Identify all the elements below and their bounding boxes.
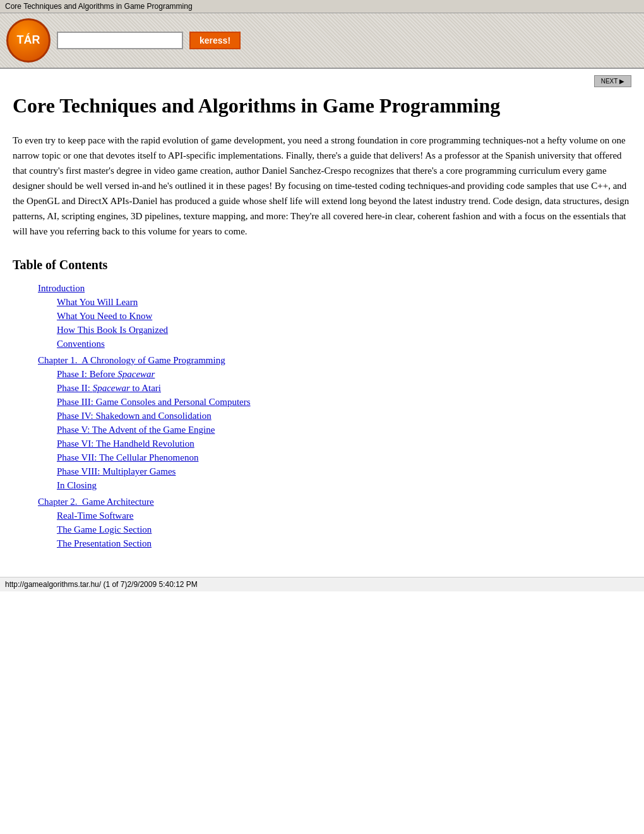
- toc-item-introduction: Introduction: [38, 282, 631, 294]
- toc-link-phase3[interactable]: Phase III: Game Consoles and Personal Co…: [57, 397, 251, 407]
- toc-item-phase1: Phase I: Before Spacewar: [57, 368, 631, 380]
- toc-item-phase2: Phase II: Spacewar to Atari: [57, 382, 631, 394]
- status-url: http://gamealgorithms.tar.hu/ (1 of 7)2/…: [5, 580, 198, 589]
- search-input[interactable]: [57, 32, 183, 49]
- toc-item-phase3: Phase III: Game Consoles and Personal Co…: [57, 396, 631, 408]
- toc-item-what-you-need-to-know: What You Need to Know: [57, 310, 631, 322]
- book-title: Core Techniques and Algorithms in Game P…: [13, 94, 631, 118]
- toc-link-phase7[interactable]: Phase VII: The Cellular Phenomenon: [57, 452, 198, 462]
- toc-link-chapter1[interactable]: Chapter 1. A Chronology of Game Programm…: [38, 355, 225, 365]
- toc-link-in-closing[interactable]: In Closing: [57, 480, 97, 490]
- toc-link-phase5[interactable]: Phase V: The Advent of the Game Engine: [57, 425, 215, 435]
- toc-item-phase6: Phase VI: The Handheld Revolution: [57, 438, 631, 449]
- toc-item-presentation: The Presentation Section: [57, 538, 631, 549]
- status-bar: http://gamealgorithms.tar.hu/ (1 of 7)2/…: [0, 577, 644, 591]
- toc-link-phase4[interactable]: Phase IV: Shakedown and Consolidation: [57, 411, 212, 421]
- toc-link-phase8[interactable]: Phase VIII: Multiplayer Games: [57, 466, 176, 476]
- toc-link-presentation[interactable]: The Presentation Section: [57, 538, 152, 548]
- toc-link-phase6[interactable]: Phase VI: The Handheld Revolution: [57, 438, 194, 449]
- next-button-label: NEXT ▶: [601, 78, 624, 85]
- toc-heading: Table of Contents: [13, 258, 631, 272]
- toc-link-what-you-will-learn[interactable]: What You Will Learn: [57, 297, 138, 307]
- logo-text: TÁR: [17, 34, 40, 47]
- toc-link-conventions[interactable]: Conventions: [57, 339, 105, 349]
- toc-item-chapter2: Chapter 2. Game Architecture: [38, 496, 631, 507]
- toc-link-realtime-software[interactable]: Real-Time Software: [57, 511, 134, 521]
- next-button[interactable]: NEXT ▶: [594, 75, 631, 87]
- spacewar-italic-2: Spacewar: [93, 383, 130, 393]
- toc-item-phase7: Phase VII: The Cellular Phenomenon: [57, 452, 631, 463]
- book-description: To even try to keep pace with the rapid …: [13, 133, 631, 239]
- toc-link-what-you-need-to-know[interactable]: What You Need to Know: [57, 311, 152, 321]
- toc-link-introduction[interactable]: Introduction: [38, 283, 85, 293]
- page-content: NEXT ▶ Core Techniques and Algorithms in…: [0, 69, 644, 564]
- browser-toolbar: TÁR keress!: [0, 13, 644, 69]
- site-logo: TÁR: [6, 18, 51, 63]
- toc-item-phase8: Phase VIII: Multiplayer Games: [57, 466, 631, 477]
- toc-link-game-logic[interactable]: The Game Logic Section: [57, 524, 152, 535]
- toc-item-how-organized: How This Book Is Organized: [57, 324, 631, 335]
- toc-link-how-organized[interactable]: How This Book Is Organized: [57, 325, 168, 335]
- toc-item-phase4: Phase IV: Shakedown and Consolidation: [57, 410, 631, 421]
- toc-link-phase2[interactable]: Phase II: Spacewar to Atari: [57, 383, 161, 393]
- toc-list: Introduction What You Will Learn What Yo…: [13, 282, 631, 549]
- toc-item-game-logic: The Game Logic Section: [57, 524, 631, 535]
- toc-link-chapter2[interactable]: Chapter 2. Game Architecture: [38, 497, 154, 507]
- next-button-row: NEXT ▶: [13, 75, 631, 87]
- toc-item-realtime-software: Real-Time Software: [57, 510, 631, 521]
- search-button[interactable]: keress!: [189, 32, 241, 49]
- toc-item-phase5: Phase V: The Advent of the Game Engine: [57, 424, 631, 435]
- toc-item-conventions: Conventions: [57, 338, 631, 349]
- tab-title: Core Techniques and Algorithms in Game P…: [5, 2, 193, 11]
- browser-tab-bar: Core Techniques and Algorithms in Game P…: [0, 0, 644, 13]
- toc-item-chapter1: Chapter 1. A Chronology of Game Programm…: [38, 354, 631, 366]
- toc-item-what-you-will-learn: What You Will Learn: [57, 296, 631, 308]
- toc-item-in-closing: In Closing: [57, 480, 631, 491]
- spacewar-italic-1: Spacewar: [117, 369, 155, 379]
- toc-link-phase1[interactable]: Phase I: Before Spacewar: [57, 369, 155, 379]
